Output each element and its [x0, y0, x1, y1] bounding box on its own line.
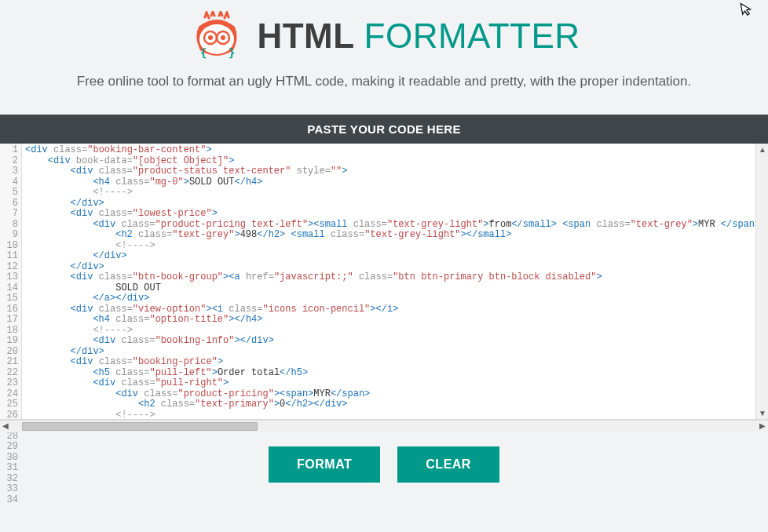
scroll-up-icon[interactable]: ▲: [758, 145, 767, 154]
brand-word-1: HTML: [257, 16, 353, 55]
scroll-right-icon[interactable]: ▶: [759, 421, 766, 430]
code-area[interactable]: <div class="booking-bar-content"> <div b…: [22, 144, 755, 419]
page-header: { } HTML FORMATTER Free online tool to f…: [0, 0, 768, 89]
svg-text:}: }: [229, 46, 235, 59]
scroll-down-icon[interactable]: ▼: [758, 409, 767, 417]
line-gutter: 1234567891011121314151617181920212223242…: [0, 144, 22, 419]
button-row: FORMAT CLEAR: [0, 446, 768, 483]
editor-panel: PASTE YOUR CODE HERE 1234567891011121314…: [0, 115, 768, 432]
brand-title: HTML FORMATTER: [257, 16, 580, 56]
scroll-left-icon[interactable]: ◀: [2, 421, 9, 430]
tagline: Free online tool to format an ugly HTML …: [0, 74, 768, 89]
horizontal-scrollbar[interactable]: ◀ ▶: [0, 420, 768, 432]
svg-text:{: {: [200, 46, 207, 59]
mascot-icon: { }: [188, 11, 246, 61]
clear-button[interactable]: CLEAR: [397, 446, 499, 483]
svg-point-5: [221, 35, 225, 40]
code-editor[interactable]: 1234567891011121314151617181920212223242…: [0, 144, 768, 420]
svg-point-4: [208, 35, 213, 40]
brand-word-2: FORMATTER: [364, 16, 580, 55]
format-button[interactable]: FORMAT: [269, 446, 380, 483]
hscroll-thumb[interactable]: [22, 422, 258, 431]
vertical-scrollbar[interactable]: ▲ ▼: [755, 144, 768, 419]
logo-row: { } HTML FORMATTER: [0, 11, 768, 61]
panel-header: PASTE YOUR CODE HERE: [0, 115, 768, 144]
